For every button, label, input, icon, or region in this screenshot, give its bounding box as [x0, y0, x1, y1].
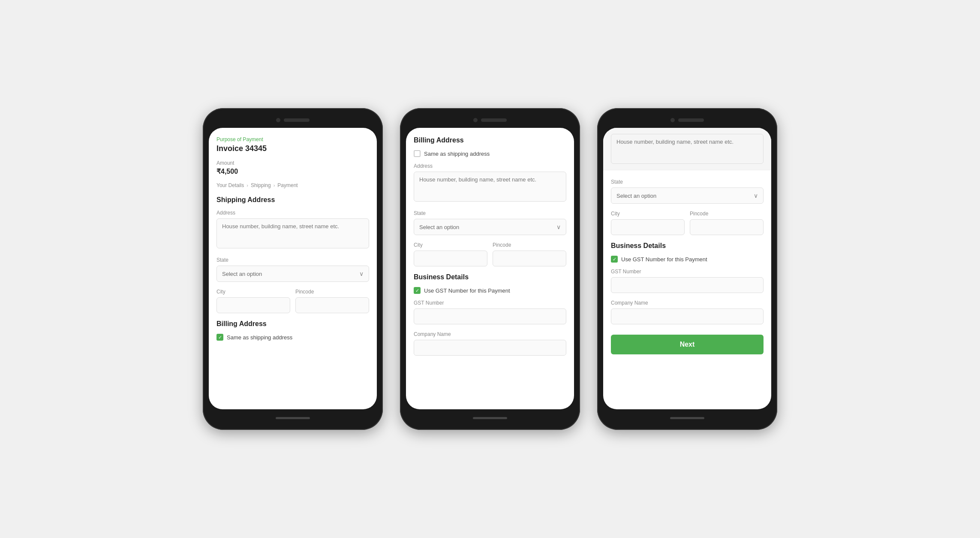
phone-3: State Select an option ∨ City Pincode Bu…	[597, 108, 777, 430]
shipping-city-input[interactable]	[216, 297, 290, 313]
shipping-state-chevron-icon: ∨	[359, 270, 364, 277]
phone-2-speaker	[481, 118, 507, 122]
billing-state-placeholder: Select an option	[419, 224, 459, 230]
phone3-state-placeholder: Select an option	[616, 193, 656, 199]
phone3-city-group: City	[611, 211, 685, 235]
phone3-pincode-input[interactable]	[690, 219, 764, 235]
phone-1-top-bar	[209, 114, 377, 126]
billing-state-label: State	[414, 210, 566, 216]
billing-city-pincode-row: City Pincode	[414, 242, 566, 266]
billing-city-input[interactable]	[414, 251, 487, 266]
billing-address-label: Address	[414, 163, 566, 169]
shipping-section-title: Shipping Address	[216, 196, 369, 204]
phone3-pincode-group: Pincode	[690, 211, 764, 235]
use-gst-check-icon: ✓	[415, 288, 419, 293]
phone3-city-label: City	[611, 211, 685, 217]
gst-number-group: GST Number	[414, 300, 566, 324]
breadcrumb-payment: Payment	[277, 182, 298, 188]
phone-1-speaker	[284, 118, 310, 122]
shipping-address-label: Address	[216, 210, 369, 216]
billing-city-group: City	[414, 242, 487, 266]
amount-label: Amount	[216, 160, 369, 166]
gst-number-input[interactable]	[414, 308, 566, 324]
phone3-company-label: Company Name	[611, 300, 764, 306]
phone-2-screen: Billing Address Same as shipping address…	[406, 128, 574, 409]
phone3-address-input[interactable]	[611, 134, 764, 164]
billing-pincode-group: Pincode	[493, 242, 566, 266]
gst-number-label: GST Number	[414, 300, 566, 306]
phone3-use-gst-row[interactable]: ✓ Use GST Number for this Payment	[611, 256, 764, 263]
phone-3-content: State Select an option ∨ City Pincode Bu…	[603, 170, 771, 409]
shipping-address-input[interactable]	[216, 218, 369, 248]
billing-same-label: Same as shipping address	[424, 151, 490, 157]
amount-value: ₹4,500	[216, 167, 369, 175]
phone-1-content: Purpose of Payment Invoice 34345 Amount …	[209, 128, 377, 409]
phone-2-top-bar	[406, 114, 574, 126]
phone3-company-group: Company Name	[611, 300, 764, 324]
purpose-label: Purpose of Payment	[216, 136, 369, 142]
phone-2-home-indicator	[473, 417, 507, 419]
phone-3-screen: State Select an option ∨ City Pincode Bu…	[603, 128, 771, 409]
use-gst-row[interactable]: ✓ Use GST Number for this Payment	[414, 287, 566, 294]
phone3-city-pincode-row: City Pincode	[611, 211, 764, 235]
billing-address-input[interactable]	[414, 172, 566, 202]
phone3-use-gst-checkbox[interactable]: ✓	[611, 256, 618, 263]
phone-2-camera	[473, 118, 478, 122]
phone3-pincode-label: Pincode	[690, 211, 764, 217]
phone-1-camera	[276, 118, 280, 122]
phone-3-top-bar	[603, 114, 771, 126]
phone3-company-input[interactable]	[611, 308, 764, 324]
phone3-gst-input[interactable]	[611, 277, 764, 293]
phone3-state-select[interactable]: Select an option ∨	[611, 187, 764, 204]
use-gst-label: Use GST Number for this Payment	[424, 287, 510, 294]
use-gst-checkbox[interactable]: ✓	[414, 287, 421, 294]
phone3-gst-group: GST Number	[611, 269, 764, 293]
billing-section-title: Billing Address	[216, 320, 369, 328]
phone3-city-input[interactable]	[611, 219, 685, 235]
shipping-pincode-label: Pincode	[295, 289, 369, 295]
billing-state-group: State Select an option ∨	[414, 210, 566, 235]
company-name-input[interactable]	[414, 340, 566, 356]
phone3-state-group: State Select an option ∨	[611, 179, 764, 204]
billing-same-checkbox[interactable]	[414, 150, 421, 157]
shipping-state-select[interactable]: Select an option ∨	[216, 266, 369, 282]
business-section-title: Business Details	[414, 273, 566, 281]
purpose-group: Purpose of Payment Invoice 34345	[216, 136, 369, 153]
shipping-state-label: State	[216, 257, 369, 263]
phone-2: Billing Address Same as shipping address…	[400, 108, 580, 430]
phone3-use-gst-label: Use GST Number for this Payment	[621, 256, 707, 263]
phone-2-content: Billing Address Same as shipping address…	[406, 128, 574, 409]
company-name-group: Company Name	[414, 331, 566, 356]
billing-same-label: Same as shipping address	[227, 334, 292, 341]
company-name-label: Company Name	[414, 331, 566, 337]
phone-3-home-indicator	[670, 417, 704, 419]
next-button[interactable]: Next	[611, 335, 764, 354]
billing-pincode-input[interactable]	[493, 251, 566, 266]
breadcrumb-shipping: Shipping	[251, 182, 271, 188]
breadcrumb-sep-1: ›	[247, 183, 248, 188]
billing-same-checkbox[interactable]: ✓	[216, 334, 223, 341]
billing-same-as-shipping-row[interactable]: ✓ Same as shipping address	[216, 334, 369, 341]
phone-1: Purpose of Payment Invoice 34345 Amount …	[203, 108, 383, 430]
billing-title: Billing Address	[414, 136, 566, 144]
billing-section: Billing Address ✓ Same as shipping addre…	[216, 320, 369, 341]
shipping-city-group: City	[216, 289, 290, 313]
phone3-state-label: State	[611, 179, 764, 185]
billing-state-chevron-icon: ∨	[556, 224, 561, 230]
shipping-pincode-input[interactable]	[295, 297, 369, 313]
phone3-state-chevron-icon: ∨	[754, 192, 758, 199]
phone3-business-title: Business Details	[611, 242, 764, 250]
phone-3-camera	[670, 118, 675, 122]
billing-same-row[interactable]: Same as shipping address	[414, 150, 566, 157]
phone-3-partial-address	[603, 128, 771, 170]
phone-2-bottom-bar	[406, 412, 574, 424]
phone3-gst-label: GST Number	[611, 269, 764, 275]
breadcrumb-your-details: Your Details	[216, 182, 244, 188]
billing-pincode-label: Pincode	[493, 242, 566, 248]
shipping-city-pincode-row: City Pincode	[216, 289, 369, 313]
phone3-check-icon: ✓	[613, 257, 616, 262]
billing-address-group: Address	[414, 163, 566, 203]
phone-1-screen: Purpose of Payment Invoice 34345 Amount …	[209, 128, 377, 409]
shipping-address-group: Address	[216, 210, 369, 250]
billing-state-select[interactable]: Select an option ∨	[414, 219, 566, 235]
